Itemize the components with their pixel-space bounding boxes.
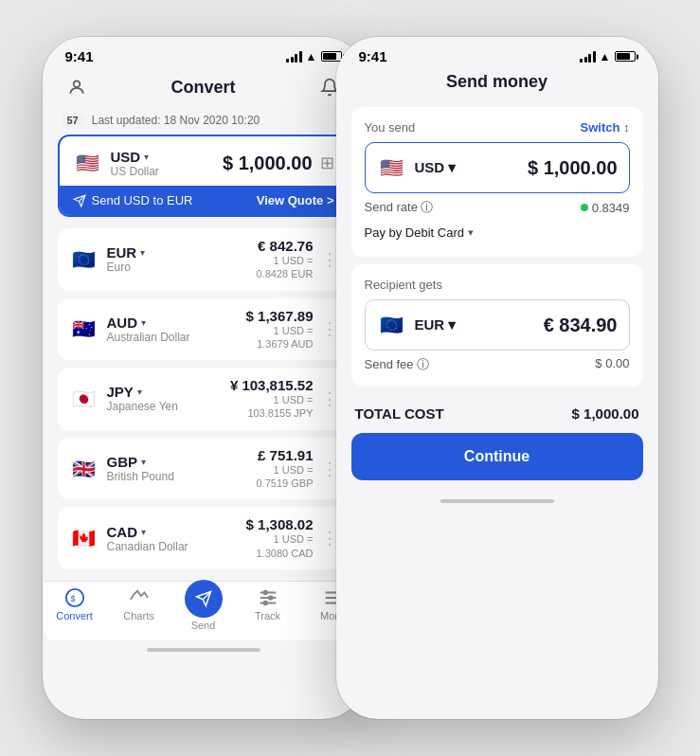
you-send-currency-row: 🇺🇸 USD ▾ $ 1,000.00	[365, 142, 630, 193]
gbp-row[interactable]: 🇬🇧 GBP ▾ British Pound £ 751.91 1	[58, 438, 350, 500]
send-rate-value: 0.8349	[581, 201, 630, 215]
bottom-nav: $ Convert Charts Send	[43, 581, 365, 640]
aud-name: Australian Dollar	[107, 331, 190, 344]
wifi-icon: ▲	[306, 50, 317, 63]
send-rate-row: Send rate ⓘ 0.8349	[365, 193, 630, 222]
usd-code: USD	[111, 149, 141, 165]
signal-icon-2	[580, 51, 596, 63]
status-icons-1: ▲	[286, 50, 341, 63]
nav-charts[interactable]: Charts	[107, 587, 171, 631]
usd-flag: 🇺🇸	[73, 148, 103, 178]
svg-point-10	[263, 591, 267, 595]
aud-more[interactable]: ⋮	[321, 318, 338, 339]
aud-row[interactable]: 🇦🇺 AUD ▾ Australian Dollar $ 1,367.89	[58, 298, 350, 361]
currency-list: 🇪🇺 EUR ▾ Euro € 842.76 1 USD =0.8	[43, 225, 365, 581]
cad-dropdown[interactable]: ▾	[141, 527, 146, 537]
you-send-currency-left: 🇺🇸 USD ▾	[377, 153, 457, 183]
green-dot-icon	[581, 204, 588, 211]
wifi-icon-2: ▲	[600, 50, 611, 63]
svg-text:$: $	[70, 594, 75, 603]
battery-icon	[321, 51, 342, 62]
send-header: Send money	[336, 68, 658, 99]
eur-dropdown[interactable]: ▾	[140, 247, 145, 258]
total-cost-value: $ 1,000.00	[572, 405, 639, 422]
recipient-currency-row: 🇪🇺 EUR ▾ € 834.90	[365, 299, 630, 351]
nav-convert[interactable]: $ Convert	[43, 587, 107, 631]
gbp-more[interactable]: ⋮	[321, 459, 338, 479]
jpy-more[interactable]: ⋮	[321, 388, 338, 409]
cad-flag: 🇨🇦	[69, 523, 99, 553]
aud-rate: 1 USD =1.3679 AUD	[246, 324, 314, 351]
time-display-2: 9:41	[359, 48, 387, 64]
jpy-row[interactable]: 🇯🇵 JPY ▾ Japanese Yen ¥ 103,815.52	[58, 368, 350, 430]
pay-chevron-icon: ▾	[468, 226, 474, 239]
nav-track[interactable]: Track	[236, 587, 300, 631]
aud-code: AUD	[107, 315, 138, 331]
home-indicator-1	[43, 640, 365, 659]
eur-rate: 1 USD =0.8428 EUR	[257, 254, 314, 281]
profile-icon-btn[interactable]	[62, 72, 92, 102]
convert-title: Convert	[171, 78, 235, 98]
cad-more[interactable]: ⋮	[321, 528, 338, 549]
cad-code: CAD	[107, 524, 138, 540]
send-quote-bar[interactable]: Send USD to EUR View Quote >	[60, 186, 348, 215]
send-fee-value: $ 0.00	[595, 356, 629, 373]
cad-name: Canadian Dollar	[107, 540, 188, 553]
app-header-convert: Convert	[43, 68, 365, 110]
aud-amount: $ 1,367.89	[246, 308, 314, 324]
total-cost-bar: TOTAL COST $ 1,000.00	[336, 394, 658, 433]
send-amount[interactable]: $ 1,000.00	[528, 157, 618, 179]
cad-row[interactable]: 🇨🇦 CAD ▾ Canadian Dollar $ 1,308.02	[58, 507, 350, 569]
eur-row[interactable]: 🇪🇺 EUR ▾ Euro € 842.76 1 USD =0.8	[58, 228, 350, 291]
jpy-dropdown[interactable]: ▾	[137, 387, 142, 397]
cad-rate: 1 USD =1.3080 CAD	[246, 532, 314, 560]
svg-point-11	[268, 596, 272, 600]
gbp-name: British Pound	[107, 470, 174, 483]
time-display-1: 9:41	[65, 48, 94, 64]
send-usd-code[interactable]: USD ▾	[415, 159, 457, 176]
you-send-section: You send Switch ↕ 🇺🇸 USD ▾ $ 1,000.00 Se…	[351, 107, 643, 257]
aud-dropdown[interactable]: ▾	[141, 317, 146, 328]
calculator-icon[interactable]: ⊞	[320, 153, 334, 173]
battery-icon-2	[615, 51, 636, 62]
cad-amount: $ 1,308.02	[246, 516, 314, 532]
switch-btn[interactable]: Switch ↕	[580, 120, 629, 135]
last-updated-bar: 57 Last updated: 18 Nov 2020 10:20	[43, 110, 365, 135]
last-updated-text: Last updated: 18 Nov 2020 10:20	[92, 114, 260, 127]
you-send-label: You send	[365, 120, 416, 135]
jpy-code: JPY	[107, 384, 134, 400]
nav-send[interactable]: Send	[171, 587, 236, 631]
send-icon-circle	[185, 580, 223, 618]
recipient-eur-code[interactable]: EUR ▾	[415, 316, 457, 333]
gbp-code: GBP	[107, 454, 138, 470]
status-bar-2: 9:41 ▲	[336, 37, 658, 68]
eur-flag: 🇪🇺	[69, 244, 99, 275]
recipient-amount: € 834.90	[544, 315, 618, 336]
send-fee-row: Send fee ⓘ $ 0.00	[365, 351, 630, 373]
usd-currency-info: 🇺🇸 USD ▾ US Dollar	[73, 148, 159, 178]
total-cost-label: TOTAL COST	[355, 405, 444, 422]
view-quote-btn[interactable]: View Quote >	[257, 193, 334, 207]
eur-more[interactable]: ⋮	[321, 249, 338, 270]
nav-send-label: Send	[191, 620, 216, 631]
send-money-title: Send money	[446, 72, 547, 91]
pay-method-row[interactable]: Pay by Debit Card ▾	[365, 222, 630, 243]
phone-convert: 9:41 ▲	[43, 37, 365, 719]
rate-number: 0.8349	[592, 201, 630, 215]
recipient-section: Recipient gets 🇪🇺 EUR ▾ € 834.90 Send fe…	[351, 264, 643, 387]
jpy-flag: 🇯🇵	[69, 384, 99, 414]
send-rate-label: Send rate ⓘ	[365, 199, 434, 216]
usd-dropdown-arrow[interactable]: ▾	[144, 152, 149, 162]
signal-icon	[286, 51, 302, 63]
recipient-eur-flag: 🇪🇺	[377, 310, 407, 340]
eur-amount: € 842.76	[257, 238, 314, 254]
continue-button[interactable]: Continue	[351, 433, 643, 480]
usd-name: US Dollar	[111, 165, 159, 178]
nav-charts-label: Charts	[123, 610, 153, 621]
status-bar-1: 9:41 ▲	[43, 37, 365, 68]
gbp-dropdown[interactable]: ▾	[141, 457, 146, 467]
send-usd-flag: 🇺🇸	[377, 153, 407, 183]
nav-track-label: Track	[255, 610, 280, 621]
usd-amount: $ 1,000.00	[223, 153, 313, 174]
recipient-currency-left: 🇪🇺 EUR ▾	[377, 310, 457, 340]
